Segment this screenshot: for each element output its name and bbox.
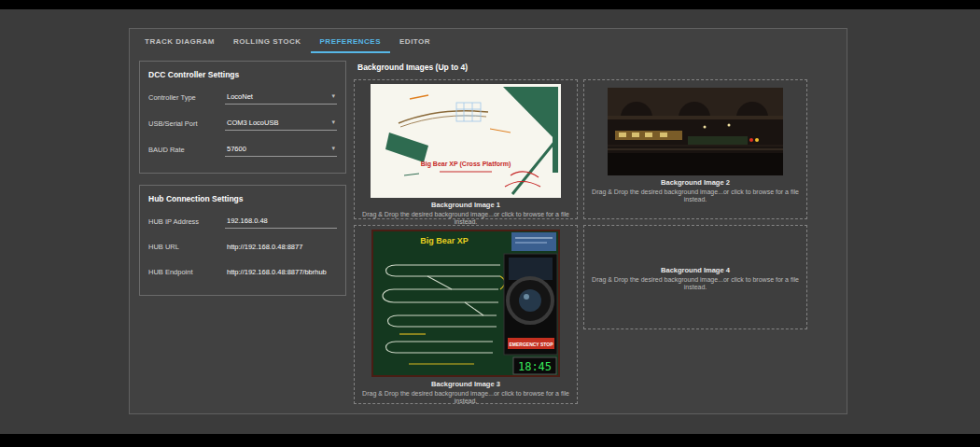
background-image-1-dropzone[interactable]: Big Bear XP (Cross Platform) Background … bbox=[354, 79, 578, 219]
preferences-panel: TRACK DIAGRAM ROLLING STOCK PREFERENCES … bbox=[129, 28, 847, 414]
background-grid-left-column: Big Bear XP (Cross Platform) Background … bbox=[354, 79, 578, 404]
emergency-stop-label-text: EMERGENCY STOP bbox=[509, 342, 553, 347]
background-image-2-preview bbox=[608, 88, 783, 175]
background-image-2-hint: Drag & Drop the desired background image… bbox=[590, 189, 801, 204]
tab-editor[interactable]: EDITOR bbox=[390, 29, 440, 53]
background-images-title: Background Images (Up to 4) bbox=[357, 63, 837, 72]
background-image-2-caption: Background Image 2 bbox=[661, 178, 730, 187]
chevron-down-icon: ▾ bbox=[331, 145, 335, 151]
background-image-2-dropzone[interactable]: Background Image 2 Drag & Drop the desir… bbox=[583, 79, 807, 219]
baud-rate-select[interactable]: 57600 ▾ bbox=[225, 143, 337, 157]
chevron-down-icon: ▾ bbox=[331, 92, 335, 99]
controller-type-select[interactable]: LocoNet ▾ bbox=[225, 91, 337, 105]
settings-column: DCC Controller Settings Controller Type … bbox=[139, 61, 346, 404]
dcc-settings-title: DCC Controller Settings bbox=[148, 70, 337, 79]
background-image-1-caption: Background Image 1 bbox=[431, 201, 500, 209]
serial-port-field: USB/Serial Port COM3 LocoUSB ▾ bbox=[148, 117, 337, 131]
background-image-1-preview: Big Bear XP (Cross Platform) bbox=[371, 84, 561, 198]
serial-port-value: COM3 LocoUSB bbox=[227, 119, 278, 127]
hub-ip-input[interactable]: 192.168.0.48 bbox=[225, 215, 337, 229]
tab-track-diagram[interactable]: TRACK DIAGRAM bbox=[135, 29, 224, 53]
hub-endpoint-label: HUB Endpoint bbox=[148, 268, 225, 279]
chevron-down-icon: ▾ bbox=[331, 119, 335, 125]
tab-bar: TRACK DIAGRAM ROLLING STOCK PREFERENCES … bbox=[130, 29, 847, 53]
controller-type-value: LocoNet bbox=[227, 92, 253, 101]
background-image-4-caption: Background Image 4 bbox=[661, 266, 730, 274]
background-image-3-dropzone[interactable]: Big Bear XP EMERGENCY STOP bbox=[354, 225, 578, 404]
hub-endpoint-field: HUB Endpoint http://192.168.0.48:8877/bb… bbox=[148, 266, 337, 279]
hub-url-field: HUB URL http://192.168.0.48:8877 bbox=[148, 241, 337, 254]
baud-rate-label: BAUD Rate bbox=[148, 146, 225, 157]
background-image-3-preview: Big Bear XP EMERGENCY STOP bbox=[371, 230, 560, 377]
hub-settings-title: Hub Connection Settings bbox=[148, 194, 337, 203]
background-images-section: Background Images (Up to 4) bbox=[354, 61, 837, 404]
baud-rate-value: 57600 bbox=[227, 145, 246, 153]
preferences-content: DCC Controller Settings Controller Type … bbox=[130, 53, 847, 404]
hub-ip-field: HUB IP Address 192.168.0.48 bbox=[148, 215, 337, 229]
tab-rolling-stock[interactable]: ROLLING STOCK bbox=[224, 29, 311, 53]
background-image-3-hint: Drag & Drop the desired background image… bbox=[360, 390, 571, 406]
hub-ip-label: HUB IP Address bbox=[148, 217, 225, 229]
background-image-4-dropzone[interactable]: Background Image 4 Drag & Drop the desir… bbox=[583, 225, 807, 329]
desktop: TRACK DIAGRAM ROLLING STOCK PREFERENCES … bbox=[0, 9, 980, 434]
background-image-4-hint: Drag & Drop the desired background image… bbox=[590, 276, 801, 292]
serial-port-label: USB/Serial Port bbox=[148, 119, 225, 131]
serial-port-select[interactable]: COM3 LocoUSB ▾ bbox=[225, 117, 337, 131]
clock-display-text: 18:45 bbox=[518, 360, 552, 373]
baud-rate-field: BAUD Rate 57600 ▾ bbox=[148, 143, 337, 157]
background-image-1-title-text: Big Bear XP (Cross Platform) bbox=[421, 161, 511, 168]
dcc-controller-settings-card: DCC Controller Settings Controller Type … bbox=[139, 61, 346, 174]
hub-url-value: http://192.168.0.48:8877 bbox=[225, 241, 337, 254]
tab-preferences[interactable]: PREFERENCES bbox=[311, 29, 391, 53]
hub-url-label: HUB URL bbox=[148, 243, 225, 254]
background-image-3-caption: Background Image 3 bbox=[431, 380, 500, 388]
background-image-3-title-text: Big Bear XP bbox=[420, 236, 469, 245]
background-images-grid: Big Bear XP (Cross Platform) Background … bbox=[354, 79, 837, 404]
hub-connection-settings-card: Hub Connection Settings HUB IP Address 1… bbox=[139, 185, 346, 296]
hub-ip-value: 192.168.0.48 bbox=[227, 217, 268, 225]
background-grid-right-column: Background Image 2 Drag & Drop the desir… bbox=[583, 79, 807, 404]
controller-type-label: Controller Type bbox=[148, 93, 225, 105]
controller-type-field: Controller Type LocoNet ▾ bbox=[148, 91, 337, 105]
hub-endpoint-value: http://192.168.0.48:8877/bbrhub bbox=[225, 266, 337, 279]
